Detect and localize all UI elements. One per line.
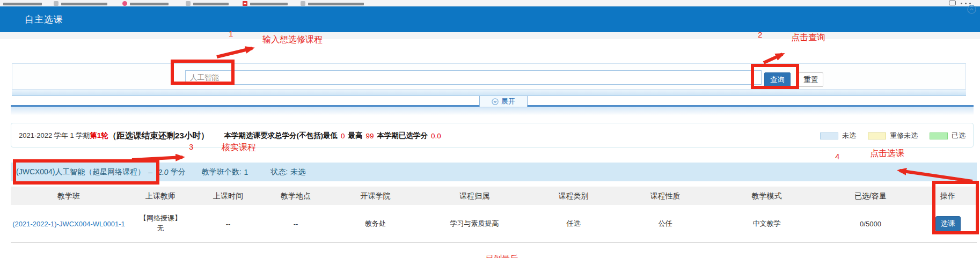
status-legend: 未选 重修未选 已选 xyxy=(820,123,966,148)
unselected-swatch xyxy=(820,132,838,139)
selected-credit-value: 0.0 xyxy=(431,132,441,140)
col-header-time: 上课时间 xyxy=(194,191,262,201)
credit-rule-label: 本学期选课要求总学分(不包括)最低 xyxy=(224,131,338,141)
legend-item-retake: 重修未选 xyxy=(868,131,918,141)
col-header-belong: 课程归属 xyxy=(421,191,528,201)
course-category-cell: 任选 xyxy=(528,219,619,228)
course-credit-unit: 学分 xyxy=(171,167,186,177)
step2-number: 2 xyxy=(758,30,762,39)
favicon-red-circle-icon xyxy=(122,1,127,6)
arrow-step1 xyxy=(217,48,252,57)
col-header-college: 开课学院 xyxy=(330,191,421,201)
step3-label: 核实课程 xyxy=(222,142,256,153)
semester-info-box: 2021-2022 学年 1 学期 第1轮 （距选课结束还剩23小时） 本学期选… xyxy=(11,123,974,148)
clipped-footer-text: 已到最后 xyxy=(486,254,518,258)
arrow-step2 xyxy=(764,54,782,63)
col-header-mode: 教学模式 xyxy=(711,191,822,201)
credit-max-label: 最高 xyxy=(348,131,363,141)
more-dot-icon xyxy=(961,3,962,4)
class-id-link[interactable]: (2021-2022-1)-JWCX004-WL0001-1 xyxy=(12,220,125,228)
favicon-generic-icon xyxy=(186,1,191,6)
header-substrip xyxy=(0,32,980,39)
collapse-course-icon[interactable] xyxy=(967,5,976,14)
col-header-action: 操作 xyxy=(919,191,977,201)
more-dot-icon xyxy=(965,3,967,4)
step4-number: 4 xyxy=(835,152,839,161)
course-status-value: 未选 xyxy=(290,167,305,177)
section-divider-glow xyxy=(11,107,974,115)
page: 自主选课 查询 重置 展开 2021-2022 学年 1 学期 第1轮 （距选课… xyxy=(0,0,980,258)
course-search-input[interactable] xyxy=(185,70,762,85)
chevron-down-circle-icon xyxy=(492,98,499,105)
expand-label: 展开 xyxy=(501,97,515,106)
col-header-teacher: 上课教师 xyxy=(127,191,194,201)
app-header: 自主选课 xyxy=(0,6,980,32)
credit-max-value: 99 xyxy=(366,132,374,140)
col-header-class: 教学班 xyxy=(11,191,127,201)
reset-button[interactable]: 重置 xyxy=(799,72,823,87)
selected-swatch xyxy=(930,132,948,139)
favicon-generic-icon xyxy=(54,1,58,6)
class-count-label: 教学班个数: xyxy=(202,167,242,177)
col-header-category: 课程类别 xyxy=(528,191,619,201)
step3-number: 3 xyxy=(189,142,193,151)
table-header-row: 教学班 上课教师 上课时间 教学地点 开课学院 课程归属 课程类别 课程性质 教… xyxy=(11,187,977,205)
teacher-tag: 【网络授课】 xyxy=(140,213,181,224)
browser-bookmarks-bar xyxy=(0,0,980,6)
legend-item-unselected: 未选 xyxy=(820,131,856,141)
class-count-value: 1 xyxy=(244,168,248,176)
table-row: (2021-2022-1)-JWCX004-WL0001-1 【网络授课】 无 … xyxy=(11,205,977,243)
course-band: (JWCX004)人工智能（超星网络课程） – 2.0 学分 教学班个数: 1 … xyxy=(11,163,977,181)
class-table: 教学班 上课教师 上课时间 教学地点 开课学院 课程归属 课程类别 课程性质 教… xyxy=(11,187,977,243)
teacher-cell: 【网络授课】 无 xyxy=(140,213,181,234)
credit-min-value: 0 xyxy=(341,132,345,140)
course-status-label: 状态: xyxy=(270,167,288,177)
selected-credit-label: 本学期已选学分 xyxy=(377,131,428,141)
class-place-cell: -- xyxy=(262,220,330,228)
panel-footer-band xyxy=(12,90,966,96)
favicon-generic-icon xyxy=(301,1,305,6)
favicon-red-badge-icon xyxy=(243,1,247,6)
legend-item-selected: 已选 xyxy=(930,131,966,141)
col-header-nature: 课程性质 xyxy=(619,191,711,201)
more-dot-icon xyxy=(969,3,971,4)
teacher-name: 无 xyxy=(140,224,181,234)
college-cell: 教务处 xyxy=(330,219,421,228)
query-button[interactable]: 查询 xyxy=(764,72,791,87)
step4-label: 点击选课 xyxy=(870,148,904,159)
page-title: 自主选课 xyxy=(25,13,63,26)
semester-round: 第1轮 xyxy=(90,131,108,141)
course-credit-value: 2.0 xyxy=(158,168,168,176)
course-belong-cell: 学习与素质提高 xyxy=(421,219,528,228)
course-dash: – xyxy=(148,168,152,176)
col-header-place: 教学地点 xyxy=(262,191,330,201)
arrow-step3 xyxy=(132,157,182,160)
step1-label: 输入想选修课程 xyxy=(262,34,323,46)
device-icon[interactable] xyxy=(949,1,956,5)
expand-toggle[interactable]: 展开 xyxy=(479,96,528,107)
course-nature-cell: 公任 xyxy=(619,219,711,228)
course-title: (JWCX004)人工智能（超星网络课程） xyxy=(16,167,145,177)
select-course-button[interactable]: 选课 xyxy=(935,216,961,232)
class-time-cell: -- xyxy=(194,220,262,228)
semester-term: 2021-2022 学年 1 学期 xyxy=(19,131,90,141)
capacity-cell: 0/5000 xyxy=(822,220,919,228)
teach-mode-cell: 中文教学 xyxy=(711,219,822,228)
selection-countdown: （距选课结束还剩23小时） xyxy=(108,130,209,142)
retake-swatch xyxy=(868,132,886,139)
step2-label: 点击查询 xyxy=(791,32,825,43)
col-header-capacity: 已选/容量 xyxy=(822,191,919,201)
step1-number: 1 xyxy=(229,29,233,38)
